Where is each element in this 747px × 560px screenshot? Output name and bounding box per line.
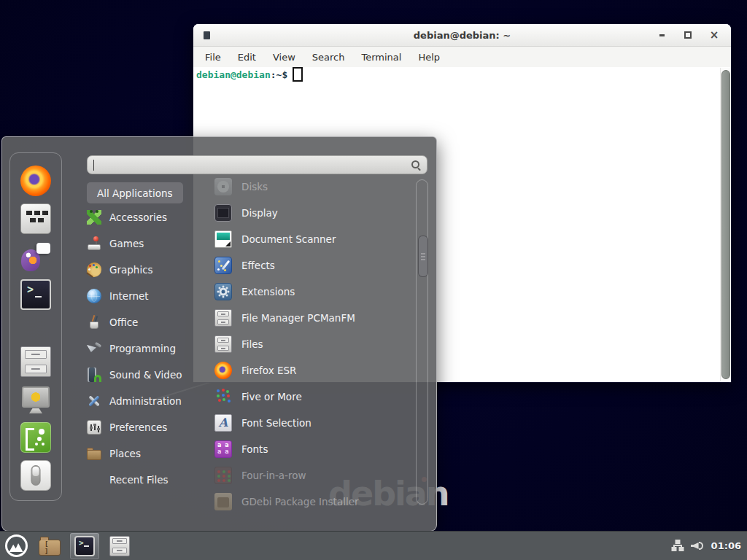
category-label: Internet: [109, 290, 149, 302]
application-label: Display: [241, 207, 278, 219]
system-tray: 01:06: [671, 540, 747, 552]
application-label: Disks: [241, 181, 268, 192]
app-files[interactable]: Files: [193, 331, 417, 357]
terminal-menu-item[interactable]: View: [270, 50, 298, 64]
favorite-logout[interactable]: [20, 422, 51, 453]
font-selection-icon: [214, 414, 232, 432]
terminal-menu-item[interactable]: Terminal: [358, 50, 404, 64]
category-recent-files[interactable]: Recent Files: [87, 467, 196, 493]
all-applications-button[interactable]: All Applications: [87, 182, 183, 203]
category-graphics[interactable]: Graphics: [87, 257, 196, 283]
close-icon[interactable]: [709, 30, 719, 40]
category-label: Administration: [109, 395, 182, 407]
terminal-window-title: debian@debian: ~: [193, 30, 731, 41]
terminal-menu-item[interactable]: Help: [415, 50, 443, 64]
gear-icon: [214, 283, 232, 300]
package-icon: [214, 493, 232, 510]
terminal-menu-item[interactable]: Edit: [235, 50, 259, 64]
category-places[interactable]: Places: [87, 440, 196, 467]
favorite-lock-screen[interactable]: [20, 384, 51, 415]
favorite-file-manager[interactable]: [20, 346, 51, 377]
category-administration[interactable]: Administration: [87, 388, 196, 414]
app-gdebi[interactable]: GDebi Package Installer: [193, 489, 417, 513]
terminal-titlebar[interactable]: debian@debian: ~: [193, 24, 731, 47]
display-icon: [214, 204, 232, 222]
minimize-icon[interactable]: [657, 30, 667, 40]
favorite-keyboard[interactable]: [20, 203, 51, 234]
administration-icon: [87, 394, 101, 408]
maximize-icon[interactable]: [683, 30, 693, 40]
category-preferences[interactable]: Preferences: [87, 414, 196, 440]
internet-icon: [87, 289, 101, 303]
app-fonts[interactable]: Fonts: [193, 436, 417, 462]
taskbar-file-manager-button[interactable]: [35, 533, 64, 559]
taskbar-file-cabinet-button[interactable]: [105, 533, 134, 559]
category-internet[interactable]: Internet: [87, 283, 196, 309]
desktop: debian debian@debian: ~ FileEditViewSear…: [0, 0, 747, 560]
terminal-icon: [20, 279, 51, 310]
file-cabinet-icon: [214, 335, 232, 353]
category-programming[interactable]: Programming: [87, 335, 196, 362]
app-effects[interactable]: Effects: [193, 252, 417, 279]
fonts-icon: [214, 440, 232, 458]
menu-scrollbar-track[interactable]: [416, 179, 428, 505]
app-disks[interactable]: Disks: [193, 174, 417, 200]
taskbar: 01:06: [0, 531, 747, 560]
preferences-icon: [87, 420, 101, 435]
application-menu: All Applications Accessories Games Graph…: [1, 136, 437, 532]
taskbar-terminal-button[interactable]: [70, 533, 99, 559]
programming-icon: [87, 341, 101, 356]
lock-screen-icon: [20, 384, 51, 415]
terminal-menubar: FileEditViewSearchTerminalHelp: [193, 47, 731, 67]
favorite-pidgin[interactable]: [20, 241, 51, 272]
app-extensions[interactable]: Extensions: [193, 279, 417, 305]
firefox-icon: [20, 166, 51, 196]
text-caret: [93, 160, 94, 171]
application-label: Font Selection: [241, 417, 311, 429]
application-label: Fonts: [241, 443, 268, 455]
favorite-terminal[interactable]: [20, 279, 51, 310]
terminal-scrollbar[interactable]: [720, 68, 730, 381]
file-cabinet-icon: [109, 536, 130, 556]
menu-button[interactable]: [3, 533, 29, 559]
category-sound-video[interactable]: Sound & Video: [87, 362, 196, 388]
app-display[interactable]: Display: [193, 200, 417, 226]
terminal-menu-item[interactable]: File: [202, 50, 224, 64]
scanner-icon: [214, 230, 232, 248]
application-list: Disks Display Document Scanner Effects E…: [193, 174, 417, 513]
prompt-user-host: debian@debian: [196, 69, 271, 80]
taskbar-left: [0, 533, 134, 559]
four-in-a-row-icon: [214, 467, 232, 484]
firefox-icon: [214, 362, 232, 379]
application-label: Firefox ESR: [241, 365, 296, 376]
app-five-or-more[interactable]: Five or More: [193, 384, 417, 410]
app-font-selection[interactable]: Font Selection: [193, 410, 417, 436]
taskbar-buttons: [35, 533, 134, 559]
category-label: Recent Files: [109, 474, 169, 486]
menu-scrollbar-thumb[interactable]: [418, 236, 428, 277]
five-or-more-icon: [214, 388, 232, 405]
app-document-scanner[interactable]: Document Scanner: [193, 226, 417, 252]
category-accessories[interactable]: Accessories: [87, 204, 196, 230]
application-label: File Manager PCManFM: [241, 312, 355, 324]
terminal-cursor: [293, 67, 303, 82]
app-firefox-esr[interactable]: Firefox ESR: [193, 357, 417, 384]
category-games[interactable]: Games: [87, 230, 196, 257]
favorite-firefox[interactable]: [20, 166, 51, 196]
terminal-menu-item[interactable]: Search: [309, 50, 348, 64]
category-label: Graphics: [109, 264, 153, 276]
category-label: Programming: [109, 343, 176, 354]
file-cabinet-icon: [20, 346, 51, 377]
terminal-scrollbar-thumb[interactable]: [721, 70, 730, 379]
app-four-in-a-row[interactable]: Four-in-a-row: [193, 462, 417, 489]
volume-tray-icon[interactable]: [691, 540, 704, 552]
disks-icon: [214, 178, 232, 195]
prompt-path: :~$: [271, 69, 287, 80]
clock[interactable]: 01:06: [711, 540, 741, 551]
network-tray-icon[interactable]: [671, 540, 684, 552]
category-office[interactable]: Office: [87, 309, 196, 335]
app-file-manager-pcmanfm[interactable]: File Manager PCManFM: [193, 305, 417, 331]
search-input[interactable]: [87, 155, 427, 174]
favorite-shutdown[interactable]: [20, 460, 51, 491]
category-list: Accessories Games Graphics Internet Offi…: [87, 204, 196, 493]
